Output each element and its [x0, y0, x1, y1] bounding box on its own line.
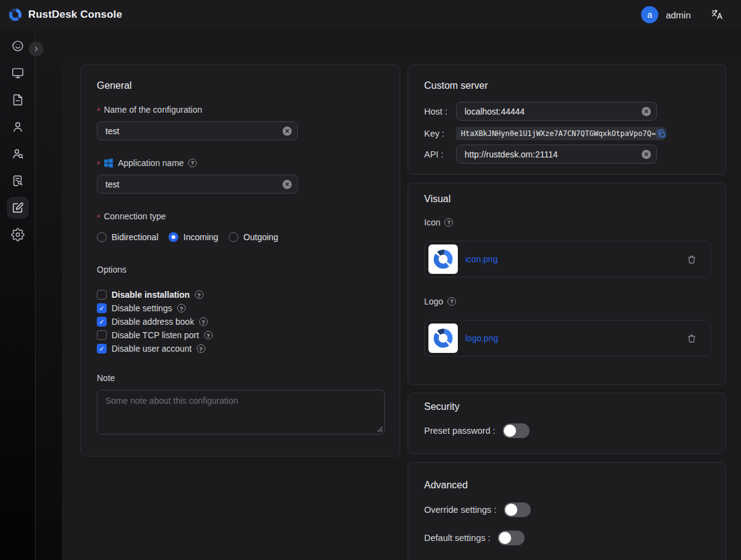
sidebar: [0, 29, 36, 560]
icon-file-link[interactable]: icon.png: [465, 254, 498, 264]
trash-icon[interactable]: [686, 333, 697, 344]
user-name[interactable]: admin: [666, 10, 691, 20]
help-icon[interactable]: [177, 304, 186, 312]
override-settings-row: Override settings :: [424, 502, 710, 517]
checkbox-checked-icon[interactable]: [97, 344, 107, 354]
application-name-field: [97, 175, 298, 194]
card-custom-server: Custom server Host : Key : HtaXBkJNHyn0e…: [408, 64, 726, 175]
brand: RustDesk Console: [8, 7, 122, 22]
name-config-input[interactable]: [97, 121, 298, 140]
radio-incoming[interactable]: Incoming: [169, 232, 218, 242]
clear-icon[interactable]: [283, 180, 292, 189]
help-icon[interactable]: [188, 159, 197, 167]
card-visual-title: Visual: [424, 193, 710, 205]
logo-thumbnail: [428, 324, 458, 353]
note-textarea[interactable]: [97, 390, 385, 434]
sidebar-item-user-icon[interactable]: [7, 116, 29, 138]
key-value-chip: HtaXBkJNHyn0e1U1jWXze7A7CN7QTGWqxkOtpaVp…: [456, 127, 664, 140]
api-row: API :: [424, 145, 710, 164]
key-value: HtaXBkJNHyn0e1U1jWXze7A7CN7QTGWqxkOtpaVp…: [461, 129, 656, 138]
sidebar-item-settings-icon[interactable]: [7, 224, 29, 246]
sidebar-item-smiley-icon[interactable]: [7, 35, 29, 57]
logo-file-link[interactable]: logo.png: [465, 333, 498, 343]
sidebar-item-monitor-icon[interactable]: [7, 62, 29, 84]
help-icon[interactable]: [199, 317, 208, 326]
option-disable-tcp-listen-port[interactable]: Disable TCP listen port: [97, 330, 384, 340]
options-label: Options: [97, 264, 384, 275]
application-name-label: Application name: [97, 157, 384, 168]
radio-selected-icon[interactable]: [169, 232, 178, 242]
card-general-title: General: [97, 80, 384, 91]
logo-upload-box: logo.png: [424, 320, 711, 357]
default-settings-toggle[interactable]: [498, 531, 525, 545]
radio-outgoing[interactable]: Outgoing: [229, 232, 278, 242]
chevron-right-icon: [32, 45, 40, 53]
toggle-knob: [505, 504, 517, 516]
card-advanced: Advanced Override settings : Default set…: [408, 462, 726, 560]
radio-bidirectional[interactable]: Bidirectional: [97, 232, 158, 242]
user-avatar[interactable]: a: [641, 6, 658, 23]
connection-type-label: Connection type: [97, 211, 384, 222]
card-custom-server-title: Custom server: [424, 80, 710, 91]
card-security: Security Preset password :: [408, 393, 726, 454]
checkbox-unchecked-icon[interactable]: [97, 290, 107, 300]
radio-icon[interactable]: [229, 232, 238, 242]
sidebar-item-user-search-icon[interactable]: [7, 143, 29, 165]
preset-password-label: Preset password :: [424, 426, 495, 436]
sidebar-item-edit-icon[interactable]: [7, 197, 29, 219]
default-settings-row: Default settings :: [424, 531, 710, 545]
override-settings-label: Override settings :: [424, 505, 496, 515]
checkbox-unchecked-icon[interactable]: [97, 330, 107, 340]
note-label: Note: [97, 373, 384, 384]
clear-icon[interactable]: [642, 149, 651, 159]
logo-label: Logo: [424, 296, 710, 307]
note-field: [97, 390, 385, 434]
card-advanced-title: Advanced: [424, 479, 710, 491]
translate-icon[interactable]: [710, 8, 724, 21]
card-general: General Name of the configuration Applic…: [80, 64, 400, 456]
host-field: [456, 102, 657, 121]
help-icon[interactable]: [447, 297, 456, 306]
icon-thumbnail: [428, 244, 458, 274]
help-icon[interactable]: [197, 344, 205, 353]
application-name-input[interactable]: [97, 175, 298, 194]
option-disable-address-book[interactable]: Disable address book: [97, 317, 384, 327]
windows-logo-icon: [104, 158, 113, 168]
host-label: Host :: [424, 107, 456, 116]
preset-password-row: Preset password :: [424, 423, 710, 438]
option-disable-installation[interactable]: Disable installation: [97, 290, 384, 300]
copy-icon[interactable]: [656, 129, 667, 138]
api-label: API :: [424, 149, 456, 159]
api-field: [456, 145, 657, 164]
icon-label: Icon: [424, 217, 710, 228]
sidebar-item-document-icon[interactable]: [7, 89, 29, 111]
app-title: RustDesk Console: [28, 9, 122, 21]
checkbox-checked-icon[interactable]: [97, 317, 107, 327]
name-config-label: Name of the configuration: [97, 104, 384, 115]
host-input[interactable]: [456, 102, 657, 121]
api-input[interactable]: [456, 145, 657, 164]
connection-type-group: Bidirectional Incoming Outgoing: [97, 230, 384, 244]
toggle-knob: [499, 532, 511, 544]
clear-icon[interactable]: [283, 126, 292, 135]
help-icon[interactable]: [195, 290, 203, 299]
sidebar-item-audit-log-icon[interactable]: [7, 170, 29, 192]
host-row: Host :: [424, 102, 710, 121]
name-config-field: [97, 121, 298, 140]
help-icon[interactable]: [444, 218, 453, 227]
card-visual: Visual Icon icon.png Logo logo.png: [408, 183, 726, 385]
card-security-title: Security: [424, 401, 710, 412]
main-content: General Name of the configuration Applic…: [62, 55, 741, 560]
option-disable-settings[interactable]: Disable settings: [97, 303, 384, 313]
radio-icon[interactable]: [97, 232, 107, 242]
checkbox-checked-icon[interactable]: [97, 303, 107, 313]
toggle-knob: [504, 425, 516, 437]
trash-icon[interactable]: [686, 254, 697, 265]
help-icon[interactable]: [204, 331, 213, 339]
icon-upload-box: icon.png: [424, 241, 711, 278]
sidebar-collapse-button[interactable]: [29, 42, 44, 56]
option-disable-user-account[interactable]: Disable user account: [97, 344, 384, 354]
preset-password-toggle[interactable]: [503, 423, 530, 438]
clear-icon[interactable]: [642, 107, 651, 116]
override-settings-toggle[interactable]: [504, 502, 531, 517]
